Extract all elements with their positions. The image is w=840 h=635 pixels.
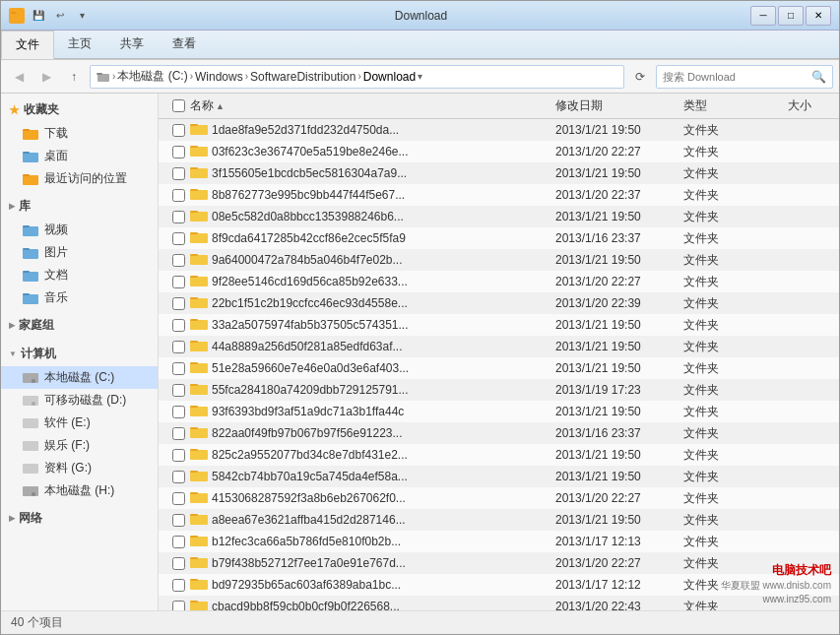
table-row[interactable]: 44a8889a256d50f281a85edfd63af... 2013/1/… (159, 336, 839, 357)
sidebar-item-recent[interactable]: 最近访问的位置 (1, 167, 158, 190)
f-drive-icon (23, 438, 38, 454)
row-checkbox[interactable] (172, 536, 185, 548)
row-checkbox[interactable] (172, 146, 185, 159)
table-row[interactable]: 51e28a59660e7e46e0a0d3e6af403... 2013/1/… (159, 357, 839, 379)
refresh-button[interactable]: ⟳ (628, 65, 652, 89)
svg-rect-55 (190, 428, 208, 438)
up-button[interactable]: ↑ (62, 65, 86, 89)
table-row[interactable]: b12fec3ca66a5b786fd5e810f0b2b... 2013/1/… (159, 531, 839, 552)
row-checkbox[interactable] (172, 557, 185, 570)
col-date-header[interactable]: 修改日期 (555, 97, 683, 114)
row-checkbox[interactable] (172, 124, 185, 137)
sidebar-item-e-drive[interactable]: 软件 (E:) (1, 412, 158, 434)
table-row[interactable]: 9a64000472a784b5a046b4f7e02b... 2013/1/2… (159, 249, 839, 271)
folder-icon-2 (23, 149, 38, 164)
row-checkbox[interactable] (172, 492, 185, 505)
file-folder-icon (190, 144, 208, 159)
file-folder-icon (190, 295, 208, 311)
sidebar-item-documents[interactable]: 文档 (1, 264, 158, 286)
sidebar-item-desktop[interactable]: 桌面 (1, 145, 158, 167)
table-row[interactable]: 4153068287592f3a8b6eb267062f0... 2013/1/… (159, 487, 839, 509)
sidebar-section-library-header[interactable]: ▶ 库 (1, 194, 158, 219)
col-type-header[interactable]: 类型 (683, 97, 762, 114)
table-row[interactable]: 1dae8fa9e52d371fdd232d4750da... 2013/1/2… (159, 119, 839, 141)
sidebar-item-g-drive[interactable]: 资料 (G:) (1, 457, 158, 479)
sidebar-item-c-drive[interactable]: 本地磁盘 (C:) (1, 366, 158, 389)
row-checkbox[interactable] (172, 601, 185, 611)
sidebar-item-pictures[interactable]: 图片 (1, 241, 158, 264)
select-all-checkbox[interactable] (172, 99, 185, 112)
maximize-button[interactable]: □ (778, 6, 804, 26)
row-check (166, 384, 190, 397)
search-icon[interactable]: 🔍 (811, 70, 826, 84)
row-checkbox[interactable] (172, 319, 185, 332)
row-checkbox[interactable] (172, 449, 185, 462)
tab-home[interactable]: 主页 (54, 31, 106, 58)
row-check (166, 319, 190, 332)
table-row[interactable]: 55fca284180a74209dbb729125791... 2013/1/… (159, 379, 839, 401)
sidebar-item-music[interactable]: 音乐 (1, 286, 158, 309)
row-checkbox[interactable] (172, 579, 185, 592)
row-checkbox[interactable] (172, 254, 185, 267)
table-row[interactable]: 22bc1f51c2b19ccfcc46ec93d4558e... 2013/1… (159, 292, 839, 314)
row-checkbox[interactable] (172, 471, 185, 483)
sidebar-item-downloads[interactable]: 下载 (1, 122, 158, 145)
row-checkbox[interactable] (172, 167, 185, 180)
row-checkbox[interactable] (172, 427, 185, 440)
file-date: 2013/1/21 19:50 (555, 340, 683, 353)
file-name: 03f623c3e367470e5a519be8e246e... (212, 145, 555, 159)
tab-view[interactable]: 查看 (159, 31, 211, 58)
sidebar-section-computer-header[interactable]: ▼ 计算机 (1, 342, 158, 366)
sidebar-section-homegroup-header[interactable]: ▶ 家庭组 (1, 313, 158, 338)
table-row[interactable]: 8b8762773e995bc9bb447f44f5e67... 2013/1/… (159, 184, 839, 206)
quick-save-btn[interactable]: 💾 (29, 6, 48, 26)
sidebar-item-video[interactable]: 视频 (1, 219, 158, 241)
table-row[interactable]: 5842cb74bb70a19c5a745da4ef58a... 2013/1/… (159, 466, 839, 487)
row-checkbox[interactable] (172, 362, 185, 375)
col-name-header[interactable]: 名称 ▲ (190, 97, 555, 114)
table-row[interactable]: 08e5c582d0a8bbcc1353988246b6... 2013/1/2… (159, 206, 839, 227)
row-checkbox[interactable] (172, 232, 185, 245)
file-folder-icon (190, 447, 208, 463)
row-checkbox[interactable] (172, 514, 185, 527)
row-checkbox[interactable] (172, 297, 185, 310)
address-path[interactable]: › 本地磁盘 (C:) › Windows › SoftwareDistribu… (90, 65, 624, 89)
row-check (166, 579, 190, 592)
sidebar-item-f-drive[interactable]: 娱乐 (F:) (1, 434, 158, 457)
table-row[interactable]: 33a2a5075974fab5b37505c574351... 2013/1/… (159, 314, 839, 336)
row-checkbox[interactable] (172, 341, 185, 353)
table-row[interactable]: a8eea67e3621affba415d2d287146... 2013/1/… (159, 509, 839, 531)
sidebar-item-d-drive[interactable]: 可移动磁盘 (D:) (1, 389, 158, 412)
close-button[interactable]: ✕ (806, 6, 831, 26)
col-size-header[interactable]: 大小 (762, 97, 831, 114)
table-row[interactable]: 8f9cda6417285b42ccf86e2cec5f5fa9 2013/1/… (159, 227, 839, 249)
back-button[interactable]: ◀ (7, 65, 31, 89)
table-row[interactable]: 03f623c3e367470e5a519be8e246e... 2013/1/… (159, 141, 839, 162)
minimize-button[interactable]: ─ (750, 6, 776, 26)
tab-share[interactable]: 共享 (106, 31, 159, 58)
forward-button[interactable]: ▶ (34, 65, 58, 89)
quick-undo-btn[interactable]: ↩ (50, 6, 70, 26)
table-row[interactable]: 822aa0f49fb97b067b97f56e91223... 2013/1/… (159, 422, 839, 444)
sidebar-section-favorites-header[interactable]: ★ 收藏夹 (1, 97, 158, 122)
row-checkbox[interactable] (172, 276, 185, 288)
table-row[interactable]: 3f155605e1bcdcb5ec5816304a7a9... 2013/1/… (159, 162, 839, 184)
file-date: 2013/1/21 19:50 (555, 318, 683, 332)
quick-menu-btn[interactable]: ▾ (72, 6, 92, 26)
svg-rect-52 (190, 384, 198, 386)
row-check (166, 341, 190, 353)
file-type: 文件夹 (683, 339, 762, 355)
table-row[interactable]: 93f6393bd9f3af51a9dc71a3b1ffa44c 2013/1/… (159, 401, 839, 422)
tab-file[interactable]: 文件 (1, 31, 54, 59)
row-checkbox[interactable] (172, 211, 185, 223)
table-row[interactable]: 825c2a9552077bd34c8e7dbf431e2... 2013/1/… (159, 444, 839, 466)
row-check (166, 189, 190, 202)
row-checkbox[interactable] (172, 384, 185, 397)
svg-rect-29 (190, 147, 208, 157)
sidebar-section-network-header[interactable]: ▶ 网络 (1, 506, 158, 531)
row-checkbox[interactable] (172, 189, 185, 202)
row-checkbox[interactable] (172, 406, 185, 418)
sidebar-item-h-drive[interactable]: 本地磁盘 (H:) (1, 479, 158, 502)
search-input[interactable] (663, 71, 811, 83)
table-row[interactable]: 9f28ee5146cd169d56ca85b92e633... 2013/1/… (159, 271, 839, 292)
